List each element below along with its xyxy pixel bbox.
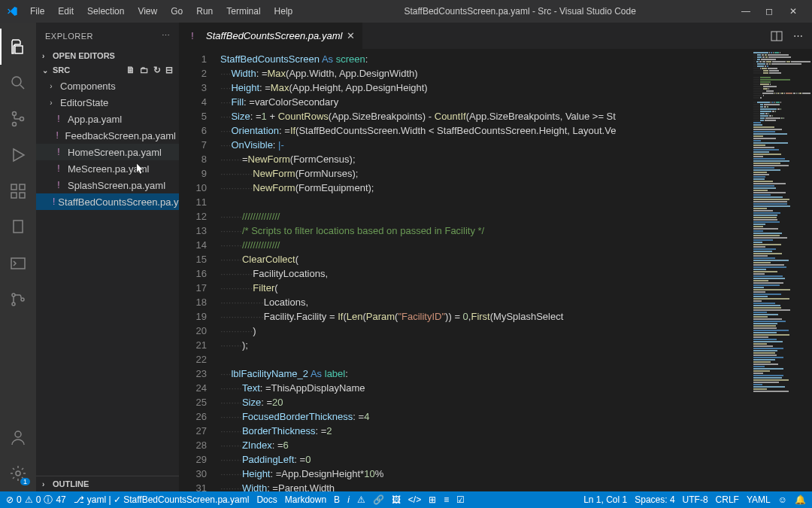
status-link-icon[interactable]: 🔗 [373, 494, 384, 505]
chevron-right-icon: › [42, 52, 53, 60]
status-eol[interactable]: CRLF [716, 494, 739, 505]
vscode-logo-icon [6, 5, 18, 17]
svg-point-11 [12, 294, 15, 297]
status-misc-icon[interactable]: ⚠ [357, 494, 365, 505]
svg-point-0 [12, 77, 21, 86]
status-feedback-icon[interactable]: ☺ [778, 494, 787, 505]
outline-section[interactable]: › OUTLINE [36, 476, 179, 491]
info-icon: ⓘ [44, 494, 53, 506]
close-icon[interactable]: ✕ [789, 6, 798, 17]
line-gutter: 1234567891011121314151617181920212223242… [179, 49, 220, 491]
file-item[interactable]: !HomeScreen.pa.yaml [36, 144, 179, 160]
menu-run[interactable]: Run [190, 3, 219, 20]
split-editor-icon[interactable] [771, 30, 783, 42]
status-bar: ⊘0 ⚠0 ⓘ47 ⎇ yaml | ✓ StaffBedCountsScree… [0, 491, 812, 508]
warning-icon: ⚠ [25, 494, 33, 505]
menu-help[interactable]: Help [268, 3, 299, 20]
code-content[interactable]: StaffBedCountsScreen As screen:····Width… [220, 49, 752, 491]
file-item[interactable]: !FeedbackScreen.pa.yaml [36, 127, 179, 144]
svg-rect-5 [11, 184, 17, 190]
folder-item[interactable]: ›Components [36, 78, 179, 94]
bookmark-icon[interactable] [0, 209, 36, 245]
file-tree: › OPEN EDITORS ⌄SRC 🗎 🗀 ↻ ⊟ ›Components›… [36, 49, 179, 476]
explorer-title: EXPLORER [45, 32, 93, 41]
status-cursor-pos[interactable]: Ln 1, Col 1 [583, 494, 627, 505]
status-image-icon[interactable]: 🖼 [392, 494, 401, 505]
yaml-file-icon: ! [53, 180, 65, 190]
svg-rect-10 [11, 258, 25, 269]
editor-tabs: ! StaffBedCountsScreen.pa.yaml ✕ ⋯ [179, 23, 812, 49]
svg-point-15 [16, 471, 20, 476]
svg-rect-9 [14, 221, 23, 233]
error-icon: ⊘ [6, 494, 14, 505]
chevron-down-icon: ⌄ [42, 66, 53, 75]
explorer-more-icon[interactable]: ⋯ [162, 31, 171, 41]
svg-point-12 [12, 303, 15, 306]
svg-rect-6 [11, 193, 17, 198]
status-language[interactable]: YAML [747, 494, 771, 505]
status-italic[interactable]: i [347, 494, 350, 505]
chevron-right-icon: › [45, 82, 57, 90]
collapse-all-icon[interactable]: ⊟ [165, 65, 173, 75]
tab-label: StaffBedCountsScreen.pa.yaml [206, 30, 342, 41]
menu-file[interactable]: File [24, 3, 50, 20]
title-bar: FileEditSelectionViewGoRunTerminalHelp S… [0, 0, 812, 23]
refresh-icon[interactable]: ↻ [153, 65, 161, 75]
minimize-icon[interactable]: — [741, 6, 750, 17]
status-code-icon[interactable]: </> [408, 494, 421, 505]
window-controls: — ◻ ✕ [741, 6, 806, 17]
explorer-sidebar: EXPLORER ⋯ › OPEN EDITORS ⌄SRC 🗎 🗀 ↻ ⊟ ›… [36, 23, 179, 491]
account-icon[interactable] [0, 419, 36, 455]
svg-point-4 [20, 117, 24, 121]
status-bold[interactable]: B [334, 494, 340, 505]
file-item[interactable]: !App.pa.yaml [36, 111, 179, 127]
yaml-file-icon: ! [53, 114, 65, 124]
extensions-icon[interactable] [0, 173, 36, 209]
maximize-icon[interactable]: ◻ [765, 6, 774, 17]
status-table-icon[interactable]: ⊞ [429, 494, 436, 505]
chevron-right-icon: › [45, 99, 57, 107]
terminal-panel-icon[interactable] [0, 245, 36, 281]
status-list-icon[interactable]: ≡ [444, 494, 449, 505]
settings-gear-icon[interactable]: 1 [0, 455, 36, 491]
chevron-right-icon: › [42, 480, 53, 488]
source-control-icon[interactable] [0, 101, 36, 137]
status-bell-icon[interactable]: 🔔 [795, 494, 806, 505]
open-editors-section[interactable]: › OPEN EDITORS [36, 49, 179, 62]
code-editor[interactable]: 1234567891011121314151617181920212223242… [179, 49, 812, 491]
minimap[interactable] [752, 49, 812, 491]
menu-view[interactable]: View [132, 3, 163, 20]
explorer-header: EXPLORER ⋯ [36, 23, 179, 49]
menu-selection[interactable]: Selection [81, 3, 130, 20]
editor-tab[interactable]: ! StaffBedCountsScreen.pa.yaml ✕ [179, 23, 362, 49]
file-item[interactable]: !MeScreen.pa.yaml [36, 160, 179, 177]
menu-edit[interactable]: Edit [52, 3, 80, 20]
menu-terminal[interactable]: Terminal [220, 3, 266, 20]
svg-point-3 [13, 123, 17, 126]
status-encoding[interactable]: UTF-8 [683, 494, 708, 505]
status-branch[interactable]: ⎇ yaml | ✓ StaffBedCountsScreen.pa.yaml [74, 494, 250, 505]
file-item[interactable]: !StaffBedCountsScreen.pa.yaml [36, 193, 179, 210]
status-errors[interactable]: ⊘0 ⚠0 ⓘ47 [6, 494, 66, 506]
explorer-icon[interactable] [0, 29, 36, 65]
tab-close-icon[interactable]: ✕ [347, 30, 355, 41]
search-icon[interactable] [0, 65, 36, 101]
git-graph-icon[interactable] [0, 281, 36, 318]
folder-item[interactable]: ›EditorState [36, 94, 179, 111]
src-folder-section[interactable]: ⌄SRC 🗎 🗀 ↻ ⊟ [36, 62, 179, 78]
file-item[interactable]: !SplashScreen.pa.yaml [36, 177, 179, 193]
yaml-file-icon: ! [53, 147, 65, 157]
status-spaces[interactable]: Spaces: 4 [635, 494, 674, 505]
run-debug-icon[interactable] [0, 137, 36, 173]
status-check-icon[interactable]: ☑ [456, 494, 465, 505]
new-file-icon[interactable]: 🗎 [126, 65, 135, 75]
window-title: StaffBedCountsScreen.pa.yaml - Src - Vis… [298, 6, 741, 17]
svg-point-14 [15, 431, 21, 437]
editor-more-icon[interactable]: ⋯ [793, 30, 803, 42]
menu-go[interactable]: Go [165, 3, 189, 20]
status-docs[interactable]: Docs [256, 494, 277, 505]
svg-point-13 [21, 298, 24, 301]
activity-bar: 1 [0, 23, 36, 491]
new-folder-icon[interactable]: 🗀 [140, 65, 149, 75]
status-markdown[interactable]: Markdown [285, 494, 326, 505]
